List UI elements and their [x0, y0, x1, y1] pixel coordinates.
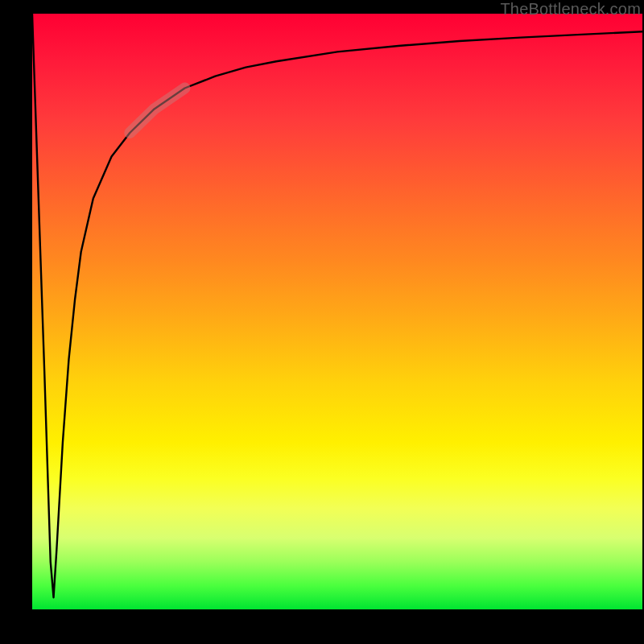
y-axis-blank: [0, 0, 32, 644]
watermark-text: TheBottleneck.com: [500, 0, 641, 19]
bottleneck-curve: [32, 14, 642, 597]
chart-frame: TheBottleneck.com: [0, 0, 644, 644]
plot-area: [32, 14, 642, 609]
x-axis-blank: [0, 609, 644, 644]
curve-svg: [32, 14, 642, 609]
curve-highlight-segment: [130, 89, 184, 134]
